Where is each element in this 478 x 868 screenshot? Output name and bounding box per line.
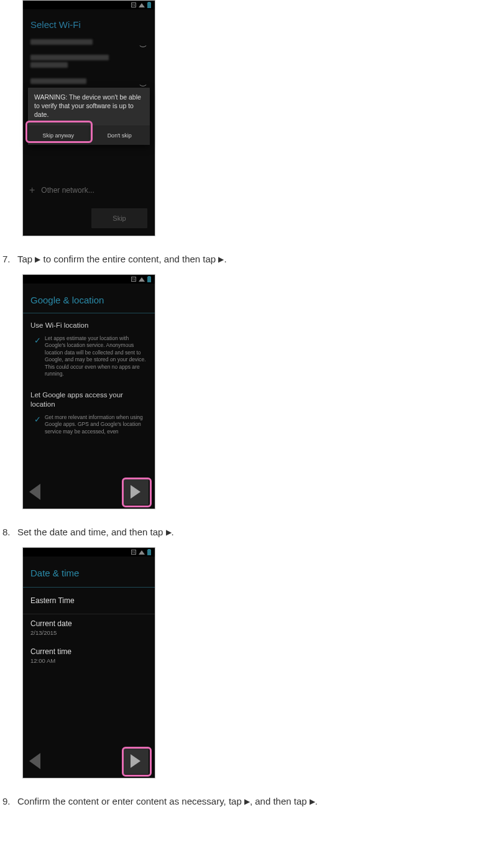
nfc-icon: N <box>131 277 136 282</box>
wifi-icon <box>139 78 147 84</box>
play-icon: ▶ <box>35 255 40 264</box>
step-text: Set the date and time, and then tap ▶. <box>17 525 174 538</box>
step-7: 7. Tap ▶ to confirm the entire content, … <box>0 252 478 265</box>
wifi-location-option[interactable]: ✓ Let apps estimate your location with G… <box>23 333 155 383</box>
other-network-label: Other network... <box>41 186 94 195</box>
current-time-label: Current time <box>30 647 147 656</box>
screenshot-google-location: N Google & location Use Wi-Fi location ✓… <box>22 274 155 509</box>
step-8: 8. Set the date and time, and then tap ▶… <box>0 525 478 538</box>
screenshot-date-time: N Date & time Eastern Time Current date … <box>22 547 155 778</box>
wifi-location-desc: Let apps estimate your location with Goo… <box>45 335 147 378</box>
step-9: 9. Confirm the content or enter content … <box>0 795 478 808</box>
step-text: Confirm the content or enter content as … <box>17 795 318 808</box>
battery-icon <box>147 277 151 282</box>
wifi-location-label: Use Wi-Fi location <box>23 313 155 333</box>
dialog-message: WARNING: The device won't be able to ver… <box>28 88 150 126</box>
nav-footer <box>23 744 155 778</box>
google-apps-location-option[interactable]: ✓ Get more relevant information when usi… <box>23 412 155 440</box>
play-icon: ▶ <box>218 255 224 264</box>
screenshot-wifi-dialog: N Select Wi-Fi WARNING: The device won't… <box>22 0 155 236</box>
warning-dialog: WARNING: The device won't be able to ver… <box>28 88 150 145</box>
step-number: 9. <box>0 796 17 806</box>
play-icon: ▶ <box>166 528 172 537</box>
current-time-row[interactable]: Current time 12:00 AM <box>23 642 155 670</box>
forward-button[interactable] <box>122 479 149 505</box>
current-date-row[interactable]: Current date 2/13/2015 <box>23 614 155 642</box>
step-number: 7. <box>0 254 17 264</box>
check-icon: ✓ <box>34 415 41 424</box>
current-date-label: Current date <box>30 619 147 628</box>
wifi-network-list <box>23 34 155 89</box>
current-time-value: 12:00 AM <box>30 657 147 664</box>
google-apps-location-desc: Get more relevant information when using… <box>45 414 147 435</box>
play-icon <box>131 754 140 768</box>
back-button[interactable] <box>29 484 40 500</box>
timezone-row[interactable]: Eastern Time <box>23 588 155 614</box>
screen-title: Select Wi-Fi <box>23 9 155 34</box>
status-bar: N <box>23 548 155 556</box>
play-icon <box>131 485 140 499</box>
skip-button[interactable]: Skip <box>91 208 147 228</box>
step-text: Tap ▶ to confirm the entire content, and… <box>17 252 227 265</box>
battery-icon <box>147 550 151 555</box>
nav-footer <box>23 475 155 509</box>
step-number: 8. <box>0 527 17 537</box>
plus-icon: + <box>29 185 35 196</box>
dont-skip-button[interactable]: Don't skip <box>90 126 150 145</box>
play-icon: ▶ <box>244 797 250 806</box>
screen-title: Google & location <box>23 284 155 313</box>
screen-title: Date & time <box>23 556 155 588</box>
play-icon: ▶ <box>310 797 315 806</box>
skip-anyway-button[interactable]: Skip anyway <box>28 126 90 145</box>
check-icon: ✓ <box>34 336 41 345</box>
status-bar: N <box>23 1 155 9</box>
nfc-icon: N <box>131 550 136 555</box>
signal-icon <box>139 277 145 282</box>
google-apps-location-label: Let Google apps access your location <box>23 383 155 412</box>
forward-button[interactable] <box>122 748 149 774</box>
battery-icon <box>147 2 151 8</box>
wifi-icon <box>139 39 147 45</box>
back-button[interactable] <box>29 753 40 769</box>
nfc-icon: N <box>131 2 136 7</box>
signal-icon <box>139 550 145 555</box>
current-date-value: 2/13/2015 <box>30 629 147 636</box>
other-network-row[interactable]: + Other network... <box>29 185 94 196</box>
signal-icon <box>139 3 145 7</box>
status-bar: N <box>23 275 155 284</box>
